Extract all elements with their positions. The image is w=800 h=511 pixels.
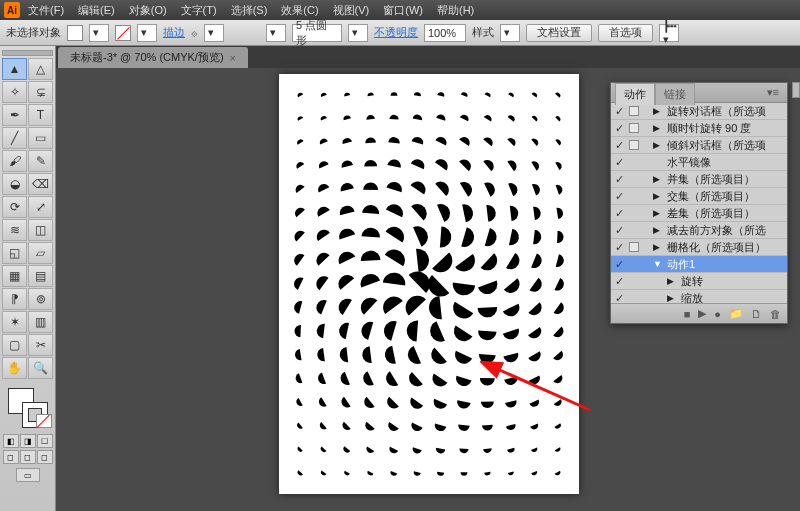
- perspective-tool[interactable]: ▱: [28, 242, 53, 264]
- fill-dropdown[interactable]: ▾: [89, 24, 109, 42]
- tab-links[interactable]: 链接: [655, 83, 695, 105]
- check-icon[interactable]: ✓: [613, 275, 625, 288]
- disclosure-icon[interactable]: ▶: [667, 293, 677, 303]
- action-row[interactable]: ✓▶旋转: [611, 273, 787, 290]
- check-icon[interactable]: ✓: [613, 190, 625, 203]
- brush-profile[interactable]: 5 点圆形: [292, 24, 342, 42]
- direct-selection-tool[interactable]: △: [28, 58, 53, 80]
- free-transform-tool[interactable]: ◫: [28, 219, 53, 241]
- action-row[interactable]: ✓▶缩放: [611, 290, 787, 303]
- zoom-tool[interactable]: 🔍: [28, 357, 53, 379]
- width-tool[interactable]: ≋: [2, 219, 27, 241]
- eraser-tool[interactable]: ⌫: [28, 173, 53, 195]
- none-mode-icon[interactable]: ☐: [37, 434, 53, 448]
- action-row[interactable]: ✓▶并集（所选项目）: [611, 171, 787, 188]
- menu-help[interactable]: 帮助(H): [431, 1, 480, 20]
- tab-actions[interactable]: 动作: [615, 83, 655, 105]
- check-icon[interactable]: ✓: [613, 241, 625, 254]
- draw-behind-icon[interactable]: ◻: [20, 450, 36, 464]
- dialog-toggle-icon[interactable]: [629, 106, 639, 116]
- stroke-link[interactable]: 描边: [163, 25, 185, 40]
- check-icon[interactable]: ✓: [613, 207, 625, 220]
- artboard-tool[interactable]: ▢: [2, 334, 27, 356]
- color-mode-icon[interactable]: ◧: [3, 434, 19, 448]
- menu-file[interactable]: 文件(F): [22, 1, 70, 20]
- rotate-tool[interactable]: ⟳: [2, 196, 27, 218]
- toolbox-grip[interactable]: [2, 50, 53, 56]
- disclosure-icon[interactable]: ▶: [653, 123, 663, 133]
- disclosure-icon[interactable]: ▶: [653, 174, 663, 184]
- align-dropdown[interactable]: ┣╍ ▾: [659, 24, 679, 42]
- blob-brush-tool[interactable]: ◒: [2, 173, 27, 195]
- disclosure-icon[interactable]: ▶: [653, 106, 663, 116]
- pencil-tool[interactable]: ✎: [28, 150, 53, 172]
- disclosure-icon[interactable]: ▶: [653, 191, 663, 201]
- magic-wand-tool[interactable]: ✧: [2, 81, 27, 103]
- stop-icon[interactable]: ■: [684, 308, 691, 320]
- panel-menu-icon[interactable]: ▾≡: [763, 86, 783, 99]
- record-icon[interactable]: ●: [714, 308, 721, 320]
- style-dropdown[interactable]: ▾: [500, 24, 520, 42]
- disclosure-icon[interactable]: ▶: [653, 225, 663, 235]
- disclosure-icon[interactable]: ▶: [667, 276, 677, 286]
- menu-object[interactable]: 对象(O): [123, 1, 173, 20]
- line-tool[interactable]: ╱: [2, 127, 27, 149]
- opacity-link[interactable]: 不透明度: [374, 25, 418, 40]
- slice-tool[interactable]: ✂: [28, 334, 53, 356]
- menu-window[interactable]: 窗口(W): [377, 1, 429, 20]
- close-tab-icon[interactable]: ×: [230, 52, 236, 64]
- fill-stroke-control[interactable]: [8, 388, 48, 428]
- check-icon[interactable]: ✓: [613, 139, 625, 152]
- new-action-icon[interactable]: 🗋: [751, 308, 762, 320]
- action-row[interactable]: ✓▶差集（所选项目）: [611, 205, 787, 222]
- check-icon[interactable]: ✓: [613, 105, 625, 118]
- gradient-tool[interactable]: ▤: [28, 265, 53, 287]
- check-icon[interactable]: ✓: [613, 156, 625, 169]
- stroke-dropdown[interactable]: ▾: [137, 24, 157, 42]
- disclosure-icon[interactable]: ▶: [653, 208, 663, 218]
- draw-normal-icon[interactable]: ◻: [3, 450, 19, 464]
- panel-collapse-icon[interactable]: [792, 82, 800, 98]
- menu-edit[interactable]: 编辑(E): [72, 1, 121, 20]
- draw-inside-icon[interactable]: ◻: [37, 450, 53, 464]
- check-icon[interactable]: ✓: [613, 258, 625, 271]
- shape-builder-tool[interactable]: ◱: [2, 242, 27, 264]
- scale-tool[interactable]: ⤢: [28, 196, 53, 218]
- check-icon[interactable]: ✓: [613, 224, 625, 237]
- mesh-tool[interactable]: ▦: [2, 265, 27, 287]
- check-icon[interactable]: ✓: [613, 122, 625, 135]
- brush-dropdown[interactable]: ▾: [266, 24, 286, 42]
- dialog-toggle-icon[interactable]: [629, 242, 639, 252]
- action-row[interactable]: ✓▶倾斜对话框（所选项: [611, 137, 787, 154]
- none-color-icon[interactable]: [36, 414, 52, 428]
- stroke-swatch[interactable]: [115, 25, 131, 41]
- check-icon[interactable]: ✓: [613, 173, 625, 186]
- selection-tool[interactable]: ▲: [2, 58, 27, 80]
- menu-select[interactable]: 选择(S): [225, 1, 274, 20]
- disclosure-icon[interactable]: ▶: [653, 242, 663, 252]
- actions-list[interactable]: ✓▶旋转对话框（所选项✓▶顺时针旋转 90 度✓▶倾斜对话框（所选项✓水平镜像✓…: [611, 103, 787, 303]
- delete-icon[interactable]: 🗑: [770, 308, 781, 320]
- profile-dropdown[interactable]: ▾: [348, 24, 368, 42]
- hand-tool[interactable]: ✋: [2, 357, 27, 379]
- dialog-toggle-icon[interactable]: [629, 140, 639, 150]
- lasso-tool[interactable]: ⊊: [28, 81, 53, 103]
- type-tool[interactable]: T: [28, 104, 53, 126]
- prefs-button[interactable]: 首选项: [598, 24, 653, 42]
- screen-mode-icon[interactable]: ▭: [16, 468, 40, 482]
- menu-type[interactable]: 文字(T): [175, 1, 223, 20]
- eyedropper-tool[interactable]: ⁋: [2, 288, 27, 310]
- action-row[interactable]: ✓▶旋转对话框（所选项: [611, 103, 787, 120]
- brush-tool[interactable]: 🖌: [2, 150, 27, 172]
- artboard[interactable]: [279, 74, 579, 494]
- document-tab[interactable]: 未标题-3* @ 70% (CMYK/预览) ×: [58, 47, 248, 68]
- dialog-toggle-icon[interactable]: [629, 123, 639, 133]
- action-row[interactable]: ✓▶栅格化（所选项目）: [611, 239, 787, 256]
- action-row[interactable]: ✓▼动作1: [611, 256, 787, 273]
- pen-tool[interactable]: ✒: [2, 104, 27, 126]
- rectangle-tool[interactable]: ▭: [28, 127, 53, 149]
- gradient-mode-icon[interactable]: ◨: [20, 434, 36, 448]
- symbol-spray-tool[interactable]: ✶: [2, 311, 27, 333]
- blend-tool[interactable]: ⊚: [28, 288, 53, 310]
- opacity-value[interactable]: 100%: [424, 24, 466, 42]
